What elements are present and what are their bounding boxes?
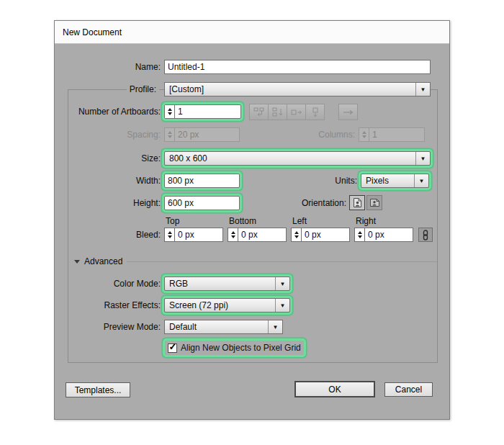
bleed-right-input[interactable] bbox=[365, 228, 413, 241]
raster-effects-value: Screen (72 ppi) bbox=[165, 300, 275, 310]
advanced-divider bbox=[127, 261, 437, 262]
bleed-top-field bbox=[164, 228, 223, 242]
templates-button[interactable]: Templates... bbox=[66, 382, 130, 397]
spinner-down-icon bbox=[362, 135, 366, 138]
chevron-down-icon[interactable]: ▼ bbox=[415, 152, 430, 165]
bleed-right-spinner[interactable] bbox=[355, 228, 365, 241]
right-arrow-icon bbox=[343, 108, 354, 117]
link-icon bbox=[422, 230, 429, 241]
profile-label: Profile: bbox=[127, 82, 159, 96]
spinner-down-icon bbox=[168, 135, 172, 138]
landscape-icon bbox=[369, 198, 380, 207]
chevron-down-icon[interactable]: ▼ bbox=[414, 174, 428, 187]
cancel-button[interactable]: Cancel bbox=[384, 382, 433, 397]
height-input[interactable] bbox=[165, 197, 239, 210]
chevron-down-icon[interactable]: ▼ bbox=[275, 299, 289, 312]
size-value: 800 x 600 bbox=[165, 153, 415, 163]
columns-field bbox=[359, 127, 425, 142]
arrange-by-column-button bbox=[305, 104, 325, 120]
spinner-up-icon[interactable] bbox=[358, 231, 362, 234]
artboards-spinner[interactable] bbox=[165, 105, 175, 118]
chevron-down-icon[interactable]: ▼ bbox=[415, 83, 430, 96]
link-bleed-values-button[interactable] bbox=[418, 228, 433, 242]
spinner-up-icon bbox=[168, 131, 172, 134]
spinner-down-icon[interactable] bbox=[168, 235, 172, 238]
arrange-by-column-icon bbox=[310, 107, 321, 117]
spinner-up-icon[interactable] bbox=[168, 231, 172, 234]
bleed-bottom-field bbox=[228, 228, 287, 242]
bleed-bottom-input[interactable] bbox=[238, 228, 286, 241]
width-input[interactable] bbox=[165, 174, 239, 187]
preview-mode-dropdown[interactable]: Default ▼ bbox=[164, 320, 283, 334]
preview-mode-label: Preview Mode: bbox=[55, 320, 161, 334]
ok-button[interactable]: OK bbox=[294, 381, 375, 397]
units-dropdown[interactable]: Pixels ▼ bbox=[361, 174, 429, 188]
bleed-top-label: Top bbox=[166, 216, 179, 226]
dialog-titlebar[interactable]: New Document bbox=[55, 21, 449, 44]
checkmark-icon: ✓ bbox=[169, 341, 177, 352]
advanced-section-label[interactable]: Advanced bbox=[84, 256, 122, 267]
units-label: Units: bbox=[307, 174, 357, 188]
bleed-label: Bleed: bbox=[55, 228, 161, 242]
spacing-label: Spacing: bbox=[55, 127, 161, 142]
pixel-grid-label: Align New Objects to Pixel Grid bbox=[181, 343, 301, 353]
artboard-arrange-buttons bbox=[249, 104, 325, 120]
profile-value: [Custom] bbox=[165, 84, 415, 94]
name-input[interactable] bbox=[165, 60, 430, 73]
spacing-input bbox=[175, 128, 239, 141]
artboards-field bbox=[164, 104, 241, 119]
height-label: Height: bbox=[55, 196, 161, 210]
orientation-portrait-button[interactable] bbox=[349, 195, 365, 210]
profile-dropdown[interactable]: [Custom] ▼ bbox=[164, 82, 431, 96]
columns-input bbox=[369, 128, 424, 141]
spinner-up-icon[interactable] bbox=[294, 231, 299, 234]
bleed-bottom-spinner[interactable] bbox=[228, 228, 238, 241]
columns-label: Columns: bbox=[296, 127, 355, 142]
grid-by-column-icon bbox=[272, 107, 284, 117]
height-field bbox=[164, 196, 240, 210]
color-mode-value: RGB bbox=[165, 279, 275, 289]
width-label: Width: bbox=[55, 174, 161, 188]
orientation-landscape-button[interactable] bbox=[366, 195, 382, 210]
spinner-down-icon[interactable] bbox=[231, 235, 235, 238]
bleed-bottom-label: Bottom bbox=[229, 216, 256, 226]
size-label: Size: bbox=[55, 151, 161, 166]
width-field bbox=[164, 174, 240, 188]
size-dropdown[interactable]: 800 x 600 ▼ bbox=[164, 151, 431, 166]
bleed-top-spinner[interactable] bbox=[165, 228, 175, 241]
color-mode-label: Color Mode: bbox=[55, 277, 161, 291]
spinner-down-icon[interactable] bbox=[358, 235, 362, 238]
layout-direction-button bbox=[338, 104, 358, 120]
pixel-grid-checkbox[interactable]: ✓ bbox=[168, 343, 177, 353]
grid-by-row-button bbox=[249, 104, 269, 120]
spinner-up-icon[interactable] bbox=[231, 231, 235, 234]
color-mode-dropdown[interactable]: RGB ▼ bbox=[164, 277, 290, 291]
raster-effects-dropdown[interactable]: Screen (72 ppi) ▼ bbox=[164, 298, 290, 313]
preview-mode-value: Default bbox=[165, 322, 268, 332]
chevron-down-icon[interactable]: ▼ bbox=[268, 320, 282, 333]
spinner-down-icon[interactable] bbox=[294, 235, 299, 238]
spinner-up-icon[interactable] bbox=[168, 108, 172, 111]
advanced-collapse-icon[interactable] bbox=[74, 260, 80, 264]
spinner-up-icon bbox=[362, 131, 366, 134]
bleed-left-input[interactable] bbox=[302, 228, 349, 241]
pixel-grid-option[interactable]: ✓ Align New Objects to Pixel Grid bbox=[165, 341, 304, 355]
grid-by-column-button bbox=[268, 104, 287, 120]
spacing-field bbox=[164, 127, 240, 142]
chevron-down-icon[interactable]: ▼ bbox=[275, 277, 289, 290]
name-field bbox=[164, 60, 431, 74]
spinner-down-icon[interactable] bbox=[168, 112, 172, 115]
artboards-label: Number of Artboards: bbox=[55, 104, 161, 119]
spacing-spinner bbox=[165, 128, 175, 141]
bleed-right-field bbox=[354, 228, 413, 242]
orientation-label: Orientation: bbox=[267, 196, 346, 210]
units-value: Pixels bbox=[361, 176, 414, 186]
bleed-top-input[interactable] bbox=[175, 228, 222, 241]
artboards-input[interactable] bbox=[175, 105, 240, 118]
columns-spinner bbox=[359, 128, 369, 141]
bleed-left-spinner[interactable] bbox=[292, 228, 302, 241]
grid-by-row-icon bbox=[253, 107, 265, 117]
name-label: Name: bbox=[55, 60, 161, 74]
bleed-left-label: Left bbox=[292, 216, 307, 226]
portrait-icon bbox=[353, 197, 362, 208]
